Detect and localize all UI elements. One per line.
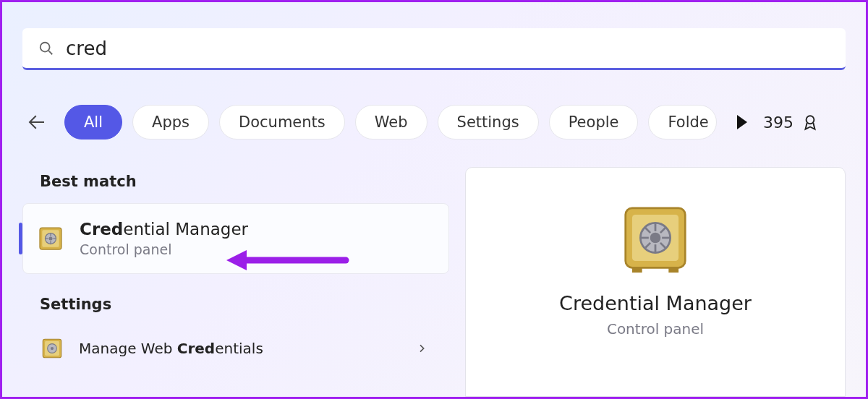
svg-point-3 [807,116,814,124]
svg-point-0 [41,42,50,51]
search-icon [38,40,54,56]
best-match-subtitle: Control panel [80,241,248,257]
rewards-indicator[interactable]: 395 [763,102,820,142]
preview-panel: Credential Manager Control panel [465,167,846,397]
filter-pill-apps[interactable]: Apps [132,105,209,140]
rewards-medal-icon [801,113,820,132]
best-match-title: Credential Manager [80,220,248,239]
settings-result[interactable]: Manage Web Credentials [22,326,449,371]
preview-title: Credential Manager [466,292,845,314]
search-bar[interactable] [22,28,846,70]
rewards-points: 395 [763,113,793,132]
chevron-right-icon [416,343,427,354]
vault-icon [40,336,64,361]
svg-rect-30 [632,267,642,273]
svg-point-21 [650,233,661,244]
back-arrow-icon[interactable] [22,108,51,137]
filter-pill-documents[interactable]: Documents [219,105,345,140]
filter-pill-all[interactable]: All [64,105,122,140]
best-match-result[interactable]: Credential Manager Control panel [22,203,449,274]
svg-point-15 [51,347,54,350]
settings-result-label: Manage Web Credentials [79,340,263,357]
filter-pill-web[interactable]: Web [355,105,427,140]
svg-line-1 [48,51,52,54]
filter-pill-people[interactable]: People [549,105,639,140]
svg-rect-31 [668,267,678,273]
filter-row: All Apps Documents Web Settings People F… [22,102,846,142]
more-filters-icon[interactable] [737,115,747,129]
vault-icon-large [616,198,695,278]
search-input[interactable] [66,38,830,59]
filter-pill-folders[interactable]: Folde [648,105,716,140]
best-match-heading: Best match [22,167,449,203]
svg-point-7 [49,237,53,241]
filter-pill-settings[interactable]: Settings [438,105,539,140]
vault-icon [36,224,65,253]
preview-subtitle: Control panel [466,320,845,338]
settings-heading: Settings [22,290,449,326]
